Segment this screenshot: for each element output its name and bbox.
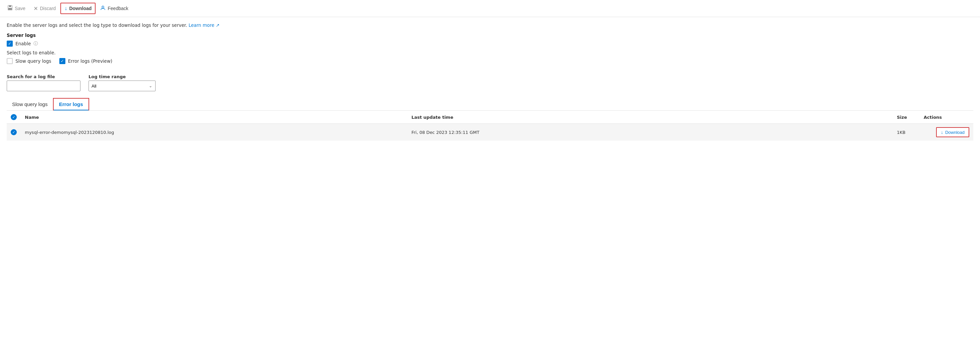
main-content: Enable the server logs and select the lo… xyxy=(0,17,980,146)
discard-button[interactable]: ✕ Discard xyxy=(30,3,59,14)
learn-more-link[interactable]: Learn more ↗ xyxy=(188,22,220,28)
save-icon xyxy=(7,5,13,12)
error-logs-label: Error logs (Preview) xyxy=(68,58,112,64)
download-toolbar-button[interactable]: ↓ Download xyxy=(60,3,95,14)
external-link-icon: ↗ xyxy=(216,22,220,28)
col-header-time: Last update time xyxy=(407,111,893,124)
error-logs-checkbox[interactable] xyxy=(59,58,65,64)
time-range-select[interactable]: All Last 1 hour Last 6 hours Last 12 hou… xyxy=(89,80,156,91)
filters-row: Search for a log file Log time range All… xyxy=(7,74,973,91)
time-range-filter-group: Log time range All Last 1 hour Last 6 ho… xyxy=(89,74,156,91)
table-body: mysql-error-demomysql-2023120810.log Fri… xyxy=(7,124,973,141)
discard-icon: ✕ xyxy=(33,5,38,12)
log-selection-section: Select logs to enable. Slow query logs E… xyxy=(7,50,973,67)
log-actions-cell: ↓ Download xyxy=(920,124,973,141)
toolbar: Save ✕ Discard ↓ Download Feedback xyxy=(0,0,980,17)
svg-point-3 xyxy=(102,6,104,8)
slow-query-label: Slow query logs xyxy=(16,58,51,64)
time-range-label: Log time range xyxy=(89,74,156,79)
table-header: Name Last update time Size Actions xyxy=(7,111,973,124)
discard-label: Discard xyxy=(40,6,56,11)
row-checkbox-cell xyxy=(7,124,21,141)
search-input[interactable] xyxy=(7,80,81,91)
time-range-select-wrapper: All Last 1 hour Last 6 hours Last 12 hou… xyxy=(89,80,156,91)
download-toolbar-icon: ↓ xyxy=(64,5,67,11)
log-size: 1KB xyxy=(893,124,920,141)
slow-query-checkbox-row: Slow query logs xyxy=(7,58,51,64)
download-toolbar-label: Download xyxy=(69,6,92,11)
enable-label: Enable xyxy=(16,41,31,46)
log-file-name: mysql-error-demomysql-2023120810.log xyxy=(21,124,407,141)
log-selection-label: Select logs to enable. xyxy=(7,50,973,55)
svg-rect-1 xyxy=(9,5,11,7)
tab-slow-query-logs[interactable]: Slow query logs xyxy=(7,99,53,110)
enable-checkbox[interactable] xyxy=(7,41,13,46)
enable-info-icon[interactable]: ⓘ xyxy=(33,41,38,46)
enable-checkbox-row: Enable ⓘ xyxy=(7,41,973,46)
row-download-button[interactable]: ↓ Download xyxy=(936,127,969,137)
server-logs-section: Server logs Enable ⓘ xyxy=(7,32,973,46)
save-label: Save xyxy=(15,6,25,11)
description-text: Enable the server logs and select the lo… xyxy=(7,22,973,28)
feedback-label: Feedback xyxy=(108,6,128,11)
header-checkbox-cell xyxy=(7,111,21,124)
feedback-icon xyxy=(100,5,106,12)
table-row: mysql-error-demomysql-2023120810.log Fri… xyxy=(7,124,973,141)
svg-rect-2 xyxy=(8,8,12,10)
col-header-name: Name xyxy=(21,111,407,124)
col-header-actions: Actions xyxy=(920,111,973,124)
tab-error-logs[interactable]: Error logs xyxy=(53,98,89,110)
search-label: Search for a log file xyxy=(7,74,81,79)
log-last-update: Fri, 08 Dec 2023 12:35:11 GMT xyxy=(407,124,893,141)
save-button[interactable]: Save xyxy=(4,3,29,14)
row-download-icon: ↓ xyxy=(941,129,943,135)
slow-query-checkbox[interactable] xyxy=(7,58,13,64)
error-logs-checkbox-row: Error logs (Preview) xyxy=(59,58,112,64)
tabs-row: Slow query logs Error logs xyxy=(7,98,973,111)
row-download-label: Download xyxy=(945,130,964,135)
search-filter-group: Search for a log file xyxy=(7,74,81,91)
server-logs-title: Server logs xyxy=(7,32,973,38)
row-select-checkbox[interactable] xyxy=(11,129,17,135)
log-files-table: Name Last update time Size Actions mysql… xyxy=(7,111,973,140)
log-checkboxes-row: Slow query logs Error logs (Preview) xyxy=(7,58,973,67)
feedback-button[interactable]: Feedback xyxy=(97,3,131,14)
col-header-size: Size xyxy=(893,111,920,124)
header-select-all-checkbox[interactable] xyxy=(11,114,17,120)
